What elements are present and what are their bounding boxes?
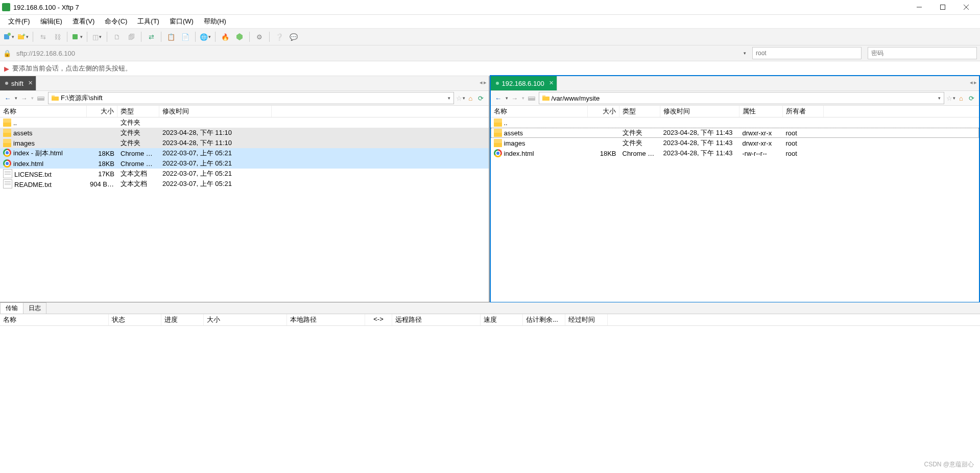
pane-layout-icon[interactable]: ◫▾ bbox=[91, 31, 103, 42]
xcol-size[interactable]: 大小 bbox=[204, 314, 287, 325]
disconnect-icon[interactable]: ⛓ bbox=[52, 31, 63, 42]
xcol-progress[interactable]: 进度 bbox=[161, 314, 204, 325]
help-icon[interactable]: ❔ bbox=[274, 31, 285, 42]
menubar: 文件(F) 编辑(E) 查看(V) 命令(C) 工具(T) 窗口(W) 帮助(H… bbox=[0, 15, 980, 29]
chrome-icon bbox=[3, 159, 11, 168]
sync-arrows-icon[interactable]: ⇄ bbox=[146, 31, 157, 42]
tab-prev-icon[interactable]: ◂ bbox=[970, 79, 973, 86]
svg-rect-17 bbox=[542, 97, 549, 101]
back-icon[interactable]: ← bbox=[494, 93, 503, 103]
col-owner[interactable]: 所有者 bbox=[783, 106, 824, 117]
menu-edit[interactable]: 编辑(E) bbox=[35, 16, 67, 27]
copy-icon[interactable]: 🗐 bbox=[126, 31, 137, 42]
paste-icon[interactable]: 📄 bbox=[180, 31, 191, 42]
file-row[interactable]: assets文件夹2023-04-28, 下午 11:43drwxr-xr-xr… bbox=[491, 128, 979, 138]
col-name[interactable]: 名称 bbox=[491, 106, 588, 117]
tab-log[interactable]: 日志 bbox=[23, 302, 46, 314]
minimize-button[interactable] bbox=[907, 0, 931, 14]
file-row[interactable]: index - 副本.html18KBChrome H...2022-03-07… bbox=[0, 148, 489, 158]
xcol-remotepath[interactable]: 远程路径 bbox=[392, 314, 481, 325]
svg-rect-5 bbox=[8, 33, 11, 36]
col-name[interactable]: 名称 bbox=[0, 106, 87, 117]
svg-rect-9 bbox=[73, 34, 78, 39]
address-bar: 🔒 sftp://192.168.6.100 ▾ bbox=[0, 45, 980, 61]
tab-next-icon[interactable]: ▸ bbox=[974, 79, 977, 86]
close-icon[interactable]: ✕ bbox=[549, 80, 554, 86]
bookmark-icon[interactable]: ☆▾ bbox=[946, 93, 955, 103]
chat-icon[interactable]: 💬 bbox=[288, 31, 299, 42]
bookmark-icon[interactable]: ☆▾ bbox=[456, 93, 465, 103]
forward-icon[interactable]: → bbox=[510, 93, 519, 103]
xcol-elapsed[interactable]: 经过时间 bbox=[565, 314, 608, 325]
back-icon[interactable]: ← bbox=[3, 93, 12, 103]
new-folder-icon[interactable]: +▾ bbox=[17, 31, 29, 42]
tab-transfer[interactable]: 传输 bbox=[0, 302, 23, 314]
globe-icon[interactable]: 🌐▾ bbox=[200, 31, 211, 42]
tab-next-icon[interactable]: ▸ bbox=[484, 79, 487, 86]
remote-tab[interactable]: 192.168.6.100 ✕ bbox=[491, 76, 557, 90]
remote-path-input[interactable]: /var/www/mysite ▾ bbox=[539, 92, 945, 104]
chrome-icon bbox=[3, 149, 11, 157]
col-date[interactable]: 修改时间 bbox=[159, 106, 272, 117]
host-dropdown-icon[interactable]: ▾ bbox=[744, 51, 746, 56]
username-input[interactable] bbox=[752, 47, 862, 59]
drive-icon bbox=[528, 94, 536, 102]
xcol-speed[interactable]: 速度 bbox=[481, 314, 523, 325]
svg-rect-16 bbox=[529, 97, 535, 98]
menu-tools[interactable]: 工具(T) bbox=[132, 16, 164, 27]
local-tab[interactable]: shift ✕ bbox=[0, 76, 36, 90]
menu-view[interactable]: 查看(V) bbox=[67, 16, 100, 27]
transfer-header: 名称 状态 进度 大小 本地路径 <-> 远程路径 速度 估计剩余... 经过时… bbox=[0, 314, 980, 326]
folder-icon bbox=[494, 129, 502, 137]
file-row[interactable]: ..文件夹 bbox=[0, 117, 489, 128]
local-path-input[interactable]: F:\资源库\shift ▾ bbox=[48, 92, 454, 104]
close-icon[interactable]: ✕ bbox=[28, 80, 33, 86]
host-address[interactable]: sftp://192.168.6.100 bbox=[16, 50, 740, 57]
xcol-dir[interactable]: <-> bbox=[365, 314, 392, 325]
refresh-icon[interactable]: ⟳ bbox=[967, 93, 976, 103]
folder-icon bbox=[542, 94, 552, 102]
menu-window[interactable]: 窗口(W) bbox=[164, 16, 199, 27]
file-row[interactable]: index.html18KBChrome H...2022-03-07, 上午 … bbox=[0, 158, 489, 169]
maximize-button[interactable] bbox=[931, 0, 954, 14]
file-row[interactable]: images文件夹2023-04-28, 下午 11:10 bbox=[0, 138, 489, 148]
col-size[interactable]: 大小 bbox=[87, 106, 117, 117]
gear-icon[interactable]: ⚙ bbox=[254, 31, 265, 42]
col-attr[interactable]: 属性 bbox=[739, 106, 783, 117]
col-type[interactable]: 类型 bbox=[619, 106, 660, 117]
xcol-name[interactable]: 名称 bbox=[0, 314, 109, 325]
file-row[interactable]: README.txt904 Bytes文本文档2022-03-07, 上午 05… bbox=[0, 179, 489, 189]
hex-icon[interactable] bbox=[234, 31, 245, 42]
xcol-remain[interactable]: 估计剩余... bbox=[523, 314, 565, 325]
xcol-status[interactable]: 状态 bbox=[109, 314, 161, 325]
home-icon[interactable]: ⌂ bbox=[957, 93, 966, 103]
tab-prev-icon[interactable]: ◂ bbox=[480, 79, 483, 86]
refresh-icon[interactable]: ⟳ bbox=[476, 93, 486, 103]
col-type[interactable]: 类型 bbox=[117, 106, 159, 117]
svg-text:+: + bbox=[22, 33, 26, 38]
remote-file-list[interactable]: ..assets文件夹2023-04-28, 下午 11:43drwxr-xr-… bbox=[491, 117, 979, 302]
home-icon[interactable]: ⌂ bbox=[466, 93, 475, 103]
fire-icon[interactable]: 🔥 bbox=[220, 31, 231, 42]
menu-help[interactable]: 帮助(H) bbox=[199, 16, 231, 27]
file-row[interactable]: assets文件夹2023-04-28, 下午 11:10 bbox=[0, 128, 489, 138]
menu-file[interactable]: 文件(F) bbox=[3, 16, 35, 27]
forward-icon[interactable]: → bbox=[19, 93, 29, 103]
file-row[interactable]: images文件夹2023-04-28, 下午 11:43drwxr-xr-xr… bbox=[491, 138, 979, 148]
file-row[interactable]: index.html18KBChrome H...2023-04-28, 下午 … bbox=[491, 148, 979, 158]
close-button[interactable] bbox=[954, 0, 978, 14]
xcol-localpath[interactable]: 本地路径 bbox=[287, 314, 365, 325]
col-date[interactable]: 修改时间 bbox=[660, 106, 739, 117]
svg-rect-12 bbox=[38, 97, 44, 98]
new-session-icon[interactable]: ▾ bbox=[3, 31, 14, 42]
menu-cmd[interactable]: 命令(C) bbox=[100, 16, 132, 27]
copy2-icon[interactable]: 📋 bbox=[165, 31, 177, 42]
password-input[interactable] bbox=[868, 47, 977, 59]
col-size[interactable]: 大小 bbox=[588, 106, 619, 117]
file-row[interactable]: LICENSE.txt17KB文本文档2022-03-07, 上午 05:21 bbox=[0, 169, 489, 179]
new-file-icon[interactable]: 🗋 bbox=[111, 31, 123, 42]
local-file-list[interactable]: ..文件夹assets文件夹2023-04-28, 下午 11:10images… bbox=[0, 117, 489, 302]
reconnect-icon[interactable]: ⇆ bbox=[37, 31, 49, 42]
file-row[interactable]: .. bbox=[491, 117, 979, 128]
transfer-icon[interactable]: ▾ bbox=[71, 31, 83, 42]
